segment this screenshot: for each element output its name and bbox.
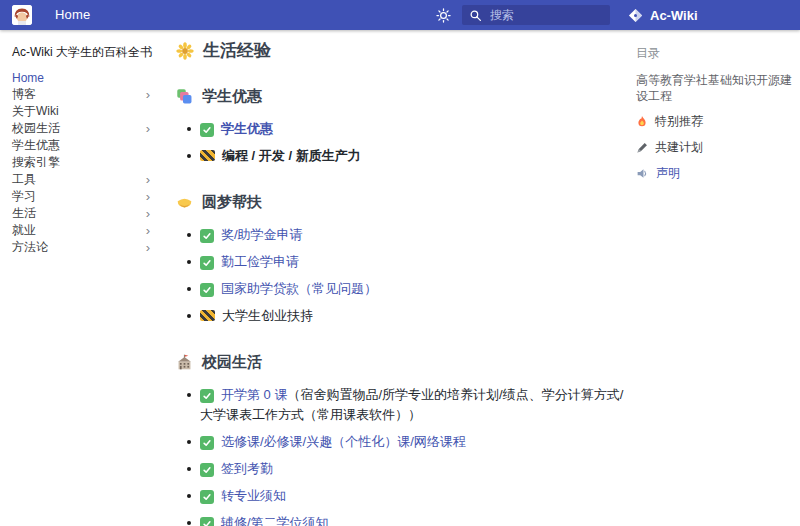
sidebar-item-campus-life[interactable]: 校园生活 ›	[12, 120, 164, 137]
article-link[interactable]: 转专业须知	[221, 488, 286, 503]
table-of-contents: 目录 高等教育学社基础知识开源建设工程 特别推荐 共建计划 声明	[636, 30, 794, 182]
search-input[interactable]	[488, 7, 603, 23]
sidebar-header: Ac-Wiki 大学生的百科全书	[12, 45, 164, 60]
article-link[interactable]: 开学第 0 课	[221, 387, 287, 402]
sidebar-item-methodology[interactable]: 方法论 ›	[12, 239, 164, 256]
wip-article-label: 大学生创业扶持	[222, 308, 313, 323]
article-link[interactable]: 国家助学贷款（常见问题）	[221, 281, 377, 296]
topbar-page-title: Home	[55, 7, 90, 22]
list-item: 选修课/必修课/兴趣（个性化）课/网络课程	[200, 432, 628, 452]
topbar: Home Ac-Wiki	[0, 0, 800, 30]
sidebar-item-study[interactable]: 学习 ›	[12, 188, 164, 205]
avatar-image	[12, 5, 32, 25]
list-item: 大学生创业扶持	[200, 306, 628, 326]
sidebar-item-blog[interactable]: 博客 ›	[12, 86, 164, 103]
list-item: 辅修/第二学位须知	[200, 513, 628, 526]
check-icon	[200, 256, 214, 270]
sidebar-item-search-engines[interactable]: 搜索引擎	[12, 154, 164, 171]
sidebar-item-life[interactable]: 生活 ›	[12, 205, 164, 222]
list-item: 开学第 0 课（宿舍购置物品/所学专业的培养计划/绩点、学分计算方式/大学课表工…	[200, 385, 628, 425]
article-link[interactable]: 勤工俭学申请	[221, 254, 299, 269]
article-link[interactable]: 学生优惠	[221, 121, 273, 136]
construction-icon	[200, 310, 215, 321]
article-link[interactable]: 奖/助学金申请	[221, 227, 303, 242]
check-icon	[200, 283, 214, 297]
check-icon	[200, 123, 214, 137]
toc-item-special-recommend[interactable]: 特别推荐	[636, 113, 794, 130]
article-link[interactable]: 辅修/第二学位须知	[221, 515, 329, 526]
toc-page-link[interactable]: 高等教育学社基础知识开源建设工程	[636, 72, 794, 104]
brand-home-link[interactable]: Ac-Wiki	[628, 5, 698, 25]
sidebar-item-student-discounts[interactable]: 学生优惠	[12, 137, 164, 154]
list-item: 转专业须知	[200, 486, 628, 506]
sidebar-item-employment[interactable]: 就业 ›	[12, 222, 164, 239]
chevron-right-icon: ›	[146, 122, 150, 135]
helping-hands-icon	[176, 194, 193, 211]
chevron-right-icon: ›	[146, 190, 150, 203]
chevron-right-icon: ›	[146, 241, 150, 254]
check-icon	[200, 490, 214, 504]
sunflower-icon	[176, 42, 194, 60]
chevron-right-icon: ›	[146, 173, 150, 186]
sidebar-item-tools[interactable]: 工具 ›	[12, 171, 164, 188]
site-avatar[interactable]	[12, 5, 32, 25]
check-icon	[200, 463, 214, 477]
toc-item-co-build-plan[interactable]: 共建计划	[636, 139, 794, 156]
chevron-right-icon: ›	[146, 207, 150, 220]
toc-item-statement[interactable]: 声明	[636, 165, 794, 182]
sidebar-item-about-wiki[interactable]: 关于Wiki	[12, 103, 164, 120]
theme-brightness-toggle-icon[interactable]	[436, 8, 451, 23]
student-discounts-list: 学生优惠 编程 / 开发 / 新质生产力	[176, 119, 628, 166]
construction-icon	[200, 150, 215, 161]
list-item: 国家助学贷款（常见问题）	[200, 279, 628, 299]
fire-icon	[636, 115, 648, 128]
books-icon	[176, 88, 193, 105]
toc-header: 目录	[636, 45, 794, 62]
brand-name: Ac-Wiki	[650, 8, 698, 23]
check-icon	[200, 389, 214, 403]
article-link[interactable]: 签到考勤	[221, 461, 273, 476]
check-icon	[200, 229, 214, 243]
check-icon	[200, 436, 214, 450]
section-heading-campus-life: 校园生活	[176, 353, 628, 372]
list-item: 学生优惠	[200, 119, 628, 139]
search-icon	[469, 9, 482, 22]
list-item: 编程 / 开发 / 新质生产力	[200, 146, 628, 166]
search-box[interactable]	[462, 5, 610, 25]
brand-gem-icon	[628, 8, 643, 23]
list-item: 勤工俭学申请	[200, 252, 628, 272]
wip-article-label: 编程 / 开发 / 新质生产力	[222, 148, 361, 163]
section-heading-dream-support: 圆梦帮扶	[176, 193, 628, 212]
chevron-right-icon: ›	[146, 224, 150, 237]
dream-support-list: 奖/助学金申请 勤工俭学申请 国家助学贷款（常见问题） 大学生创业扶持	[176, 225, 628, 326]
campus-life-list: 开学第 0 课（宿舍购置物品/所学专业的培养计划/绩点、学分计算方式/大学课表工…	[176, 385, 628, 526]
speaker-icon	[636, 167, 649, 180]
sidebar-item-home[interactable]: Home	[12, 69, 164, 86]
left-sidebar: Ac-Wiki 大学生的百科全书 Home 博客 › 关于Wiki 校园生活 ›…	[0, 30, 164, 256]
section-heading-student-discounts: 学生优惠	[176, 87, 628, 106]
school-icon	[176, 354, 193, 371]
page-title: 生活经验	[176, 39, 628, 62]
check-icon	[200, 517, 214, 526]
main-content: 生活经验 学生优惠 学生优惠 编程 / 开发 / 新质生产力	[176, 30, 628, 526]
list-item: 签到考勤	[200, 459, 628, 479]
pen-icon	[636, 142, 648, 154]
article-link[interactable]: 选修课/必修课/兴趣（个性化）课/网络课程	[221, 434, 466, 449]
list-item: 奖/助学金申请	[200, 225, 628, 245]
chevron-right-icon: ›	[146, 88, 150, 101]
